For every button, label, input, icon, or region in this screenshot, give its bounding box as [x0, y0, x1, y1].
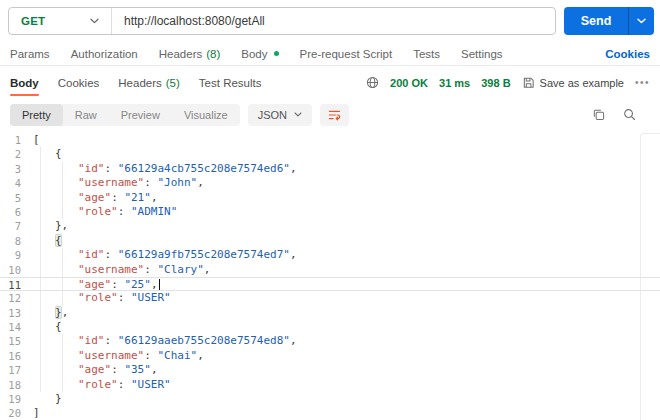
response-tab-test-results[interactable]: Test Results	[199, 66, 262, 99]
code-line[interactable]: 3"id": "66129a4cb755c208e7574ed6",	[0, 162, 660, 176]
line-number[interactable]: 20	[0, 406, 28, 420]
code-text: "role": "ADMIN"	[28, 205, 177, 219]
view-mode-raw[interactable]: Raw	[63, 104, 109, 126]
request-tab-headers[interactable]: Headers(8)	[159, 48, 221, 60]
indent-guide	[40, 278, 41, 290]
indent-guide	[62, 176, 63, 190]
indent-guide	[62, 248, 63, 262]
format-label: JSON	[258, 109, 287, 121]
indent-guide	[62, 278, 63, 290]
response-body-editor[interactable]: 1[2{3"id": "66129a4cb755c208e7574ed6",4"…	[0, 130, 660, 420]
copy-icon[interactable]	[592, 108, 605, 121]
code-text: "age": "21",	[28, 191, 158, 205]
code-line[interactable]: 19}	[0, 392, 660, 406]
code-line[interactable]: 18"role": "USER"	[0, 378, 660, 392]
chevron-down-icon	[90, 18, 99, 24]
line-number[interactable]: 1	[0, 133, 28, 147]
line-number[interactable]: 12	[0, 291, 28, 305]
line-number[interactable]: 8	[0, 234, 28, 248]
code-line[interactable]: 11"age": "25",	[0, 277, 660, 291]
code-line[interactable]: 17"age": "35",	[0, 363, 660, 377]
code-text: {	[28, 320, 62, 334]
send-button[interactable]: Send	[564, 7, 654, 35]
response-meta: 200 OK 31 ms 398 B Save as example •••	[366, 76, 650, 89]
indent-guide	[40, 205, 41, 219]
indent-guide	[62, 291, 63, 305]
line-number[interactable]: 14	[0, 320, 28, 334]
response-tab-headers[interactable]: Headers(5)	[118, 66, 180, 99]
save-as-example-button[interactable]: Save as example	[522, 76, 624, 89]
code-line[interactable]: 14{	[0, 320, 660, 334]
url-input[interactable]: http://localhost:8080/getAll	[112, 14, 555, 28]
line-number[interactable]: 5	[0, 191, 28, 205]
line-number[interactable]: 3	[0, 162, 28, 176]
line-number[interactable]: 7	[0, 219, 28, 233]
request-tab-params[interactable]: Params	[10, 48, 50, 60]
response-tab-body[interactable]: Body	[10, 66, 39, 99]
view-mode-visualize[interactable]: Visualize	[172, 104, 240, 126]
code-line[interactable]: 2{	[0, 147, 660, 161]
view-mode-pretty[interactable]: Pretty	[10, 104, 63, 126]
send-options-button[interactable]	[629, 7, 654, 35]
request-tab-tests[interactable]: Tests	[413, 48, 440, 60]
line-number[interactable]: 10	[0, 263, 28, 277]
code-text: "username": "John",	[28, 176, 204, 190]
line-number[interactable]: 13	[0, 306, 28, 320]
code-text: {	[28, 147, 62, 161]
response-header: BodyCookiesHeaders(5)Test Results 200 OK…	[0, 66, 660, 99]
code-text: "id": "66129a9fb755c208e7574ed7",	[28, 248, 297, 262]
code-text: "age": "35",	[28, 363, 158, 377]
request-tab-settings[interactable]: Settings	[461, 48, 503, 60]
line-number[interactable]: 15	[0, 334, 28, 348]
indent-guide	[40, 291, 41, 305]
line-number[interactable]: 17	[0, 363, 28, 377]
code-line[interactable]: 10"username": "Clary",	[0, 263, 660, 277]
code-line[interactable]: 20]	[0, 406, 660, 420]
code-text: "age": "25",	[28, 278, 160, 290]
request-tab-pre-request-script[interactable]: Pre-request Script	[300, 48, 393, 60]
request-tab-body[interactable]: Body	[241, 48, 278, 60]
network-globe-icon[interactable]	[366, 76, 379, 89]
line-number[interactable]: 4	[0, 176, 28, 190]
indent-guide	[40, 162, 41, 176]
status-badge[interactable]: 200 OK	[390, 77, 428, 89]
code-line[interactable]: 13},	[0, 306, 660, 320]
code-line[interactable]: 8{	[0, 234, 660, 248]
chevron-down-icon	[637, 18, 646, 24]
method-selector[interactable]: GET	[9, 15, 111, 27]
cookies-link[interactable]: Cookies	[605, 48, 650, 60]
code-line[interactable]: 16"username": "Chai",	[0, 349, 660, 363]
url-bar: GET http://localhost:8080/getAll	[8, 7, 556, 35]
response-time[interactable]: 31 ms	[439, 77, 470, 89]
code-text: "username": "Chai",	[28, 349, 204, 363]
line-number[interactable]: 6	[0, 205, 28, 219]
code-line[interactable]: 12"role": "USER"	[0, 291, 660, 305]
line-number[interactable]: 16	[0, 349, 28, 363]
code-line[interactable]: 4"username": "John",	[0, 176, 660, 190]
code-text: "role": "USER"	[28, 378, 171, 392]
response-size[interactable]: 398 B	[481, 77, 510, 89]
indent-guide	[40, 320, 41, 334]
code-line[interactable]: 15"id": "66129aaeb755c208e7574ed8",	[0, 334, 660, 348]
line-number[interactable]: 2	[0, 147, 28, 161]
tab-label: Cookies	[58, 77, 100, 89]
code-line[interactable]: 1[	[0, 133, 660, 147]
line-number[interactable]: 11	[0, 278, 28, 290]
request-tab-authorization[interactable]: Authorization	[71, 48, 138, 60]
response-tab-cookies[interactable]: Cookies	[58, 66, 100, 99]
more-options-button[interactable]: •••	[635, 77, 650, 88]
line-number[interactable]: 18	[0, 378, 28, 392]
view-mode-preview[interactable]: Preview	[109, 104, 172, 126]
code-line[interactable]: 9"id": "66129a9fb755c208e7574ed7",	[0, 248, 660, 262]
code-line[interactable]: 7},	[0, 219, 660, 233]
indent-guide	[40, 219, 41, 233]
scrollbar-track[interactable]	[640, 133, 660, 420]
search-icon[interactable]	[623, 108, 636, 121]
format-dropdown[interactable]: JSON	[248, 104, 312, 126]
line-number[interactable]: 19	[0, 392, 28, 406]
code-line[interactable]: 6"role": "ADMIN"	[0, 205, 660, 219]
code-line[interactable]: 5"age": "21",	[0, 191, 660, 205]
line-number[interactable]: 9	[0, 248, 28, 262]
wrap-lines-button[interactable]	[320, 104, 349, 126]
view-mode-group: PrettyRawPreviewVisualize	[10, 104, 240, 126]
